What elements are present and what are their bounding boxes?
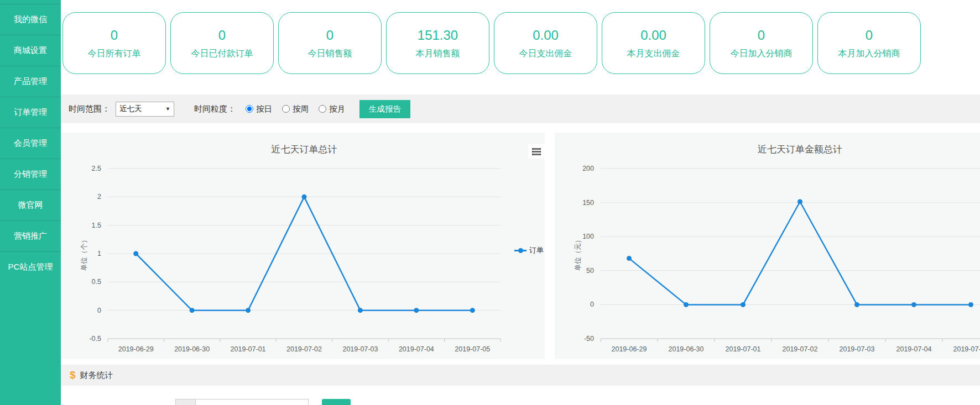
stat-card: 0今日销售额 <box>278 12 382 74</box>
stat-card-label: 今日支出佣金 <box>519 48 572 60</box>
y-tick-label: 2.5 <box>92 165 101 172</box>
x-tick-label: 2019-07-02 <box>783 345 818 353</box>
y-tick-label: 200 <box>582 165 594 172</box>
filter-bar: 时间范围： 近七天 ▼ 时间粒度： 按日按周按月 生成报告 <box>61 94 980 123</box>
x-tick-label: 2019-07-03 <box>840 345 875 353</box>
stat-card: 0今日加入分销商 <box>710 12 813 74</box>
stat-card-value: 151.30 <box>418 27 458 44</box>
granularity-option-by-day[interactable]: 按日 <box>246 104 272 114</box>
data-point <box>414 308 419 313</box>
radio-by-week[interactable] <box>282 105 290 113</box>
radio-label: 按日 <box>256 104 272 114</box>
finance-controls-cutoff <box>0 399 980 405</box>
stat-card-value: 0 <box>218 27 226 44</box>
stat-card: 0本月加入分销商 <box>817 12 921 74</box>
order-amount-chart: 近七天订单金额总计200150100500-502019-06-292019-0… <box>555 133 980 359</box>
data-point <box>133 251 138 256</box>
orders-chart: 近七天订单总计2.521.510.50-0.52019-06-292019-06… <box>61 133 545 359</box>
stat-card-label: 今日加入分销商 <box>731 48 793 60</box>
x-tick-label: 2019-07-05 <box>455 345 490 353</box>
sidebar-item-pc-site[interactable]: PC站点管理 <box>0 251 61 282</box>
radio-by-month[interactable] <box>319 105 326 113</box>
x-tick-label: 2019-07-05 <box>953 345 980 353</box>
finance-input-prepend-box <box>175 399 196 405</box>
orders-chart-panel: 近七天订单总计2.521.510.50-0.52019-06-292019-06… <box>61 133 545 359</box>
sidebar-item-wechat[interactable]: 我的微信 <box>0 4 61 35</box>
y-tick-label: -50 <box>584 335 594 343</box>
y-axis-label: 单位（个） <box>80 236 88 271</box>
stat-cards-row: 0今日所有订单0今日已付款订单0今日销售额151.30本月销售额0.00今日支出… <box>61 12 980 75</box>
radio-label: 按月 <box>329 104 345 114</box>
y-tick-label: -0.5 <box>89 335 101 343</box>
data-point <box>470 308 475 313</box>
sidebar-item-products[interactable]: 产品管理 <box>0 66 61 97</box>
data-point <box>246 308 251 313</box>
finance-submit-button[interactable] <box>322 399 351 405</box>
time-range-select[interactable]: 近七天 ▼ <box>116 102 174 117</box>
stat-card-label: 今日所有订单 <box>88 48 141 60</box>
x-tick-label: 2019-06-30 <box>669 345 704 353</box>
radio-by-day[interactable] <box>246 105 253 113</box>
finance-stats-label: 财务统计 <box>80 370 113 381</box>
stat-card-value: 0 <box>111 27 118 44</box>
y-axis-label: 单位（元） <box>574 236 582 271</box>
data-point <box>684 302 689 307</box>
generate-report-button[interactable]: 生成报告 <box>359 100 410 118</box>
legend-label: 订单 <box>529 245 544 255</box>
sidebar-item-micro-site[interactable]: 微官网 <box>0 190 61 220</box>
chart-title: 近七天订单金额总计 <box>758 144 842 155</box>
data-point <box>911 302 916 307</box>
y-tick-label: 50 <box>586 267 594 275</box>
stat-card-label: 今日销售额 <box>308 48 352 60</box>
stat-card-label: 本月加入分销商 <box>838 48 900 60</box>
x-tick-label: 2019-06-29 <box>612 345 647 353</box>
sidebar-item-marketing[interactable]: 营销推广 <box>0 220 61 251</box>
data-point <box>854 302 859 307</box>
data-point <box>302 194 307 199</box>
stat-card-value: 0 <box>866 27 873 44</box>
time-range-label: 时间范围： <box>69 104 110 114</box>
y-tick-label: 2 <box>97 193 101 201</box>
sidebar-item-orders[interactable]: 订单管理 <box>0 97 61 128</box>
finance-date-input[interactable] <box>195 399 309 405</box>
x-tick-label: 2019-07-01 <box>231 345 266 353</box>
y-tick-label: 100 <box>582 233 594 240</box>
legend-marker-icon <box>514 250 527 251</box>
x-tick-label: 2019-07-03 <box>342 345 378 353</box>
data-point <box>627 256 632 261</box>
granularity-option-by-week[interactable]: 按周 <box>282 104 309 114</box>
sidebar-item-members[interactable]: 会员管理 <box>0 128 61 159</box>
x-tick-label: 2019-07-04 <box>896 345 932 353</box>
data-point <box>968 302 973 307</box>
granularity-option-by-month[interactable]: 按月 <box>319 104 345 114</box>
y-tick-label: 0 <box>590 301 594 308</box>
data-point <box>190 308 195 313</box>
y-tick-label: 150 <box>582 199 594 207</box>
radio-label: 按周 <box>293 104 309 114</box>
x-tick-label: 2019-06-30 <box>174 345 210 353</box>
data-line <box>629 202 971 304</box>
stat-card: 0.00今日支出佣金 <box>494 12 597 74</box>
stat-card: 0今日已付款订单 <box>170 12 274 74</box>
time-range-value: 近七天 <box>119 104 165 114</box>
granularity-radio-group: 按日按周按月 <box>246 104 345 114</box>
y-tick-label: 1 <box>97 250 101 257</box>
x-tick-label: 2019-07-02 <box>286 345 322 353</box>
stat-card: 0.00本月支出佣金 <box>602 12 705 74</box>
dataview-menu-icon[interactable] <box>528 144 545 159</box>
order-amount-chart-panel: 近七天订单金额总计200150100500-502019-06-292019-0… <box>555 133 980 359</box>
stat-card-value: 0 <box>326 27 333 44</box>
data-point <box>741 302 746 307</box>
data-point <box>358 308 363 313</box>
sidebar-item-distribution[interactable]: 分销管理 <box>0 159 61 190</box>
dollar-icon: $ <box>70 369 76 381</box>
sidebar-item-mall-settings[interactable]: 商城设置 <box>0 35 61 66</box>
y-tick-label: 0.5 <box>92 278 101 286</box>
stat-card-value: 0.00 <box>640 27 666 44</box>
stat-card-value: 0.00 <box>533 27 559 44</box>
stat-card-label: 本月支出佣金 <box>627 48 680 60</box>
legend-item-orders[interactable]: 订单 <box>514 245 544 255</box>
y-tick-label: 1.5 <box>92 222 101 229</box>
x-tick-label: 2019-07-01 <box>726 345 761 353</box>
y-tick-label: 0 <box>97 307 101 314</box>
